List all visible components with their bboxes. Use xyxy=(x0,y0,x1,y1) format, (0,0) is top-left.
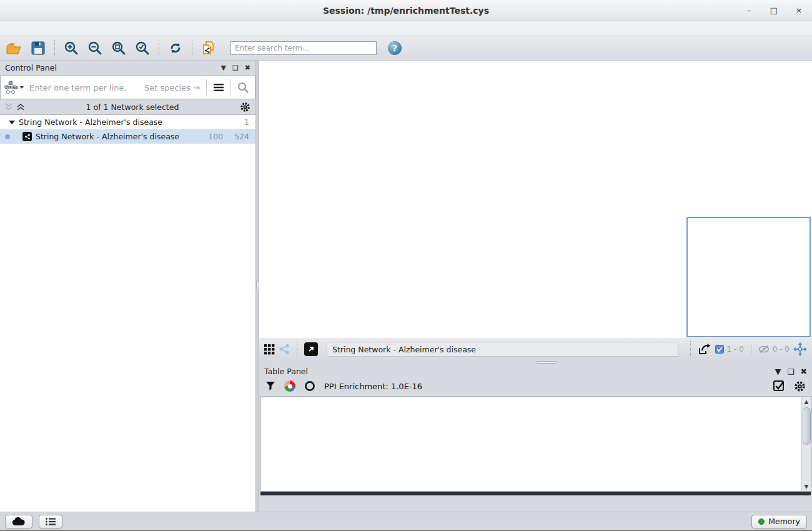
network-canvas[interactable] xyxy=(259,61,812,339)
table-splitter[interactable] xyxy=(259,359,812,365)
zoom-fit-icon xyxy=(111,41,126,56)
scroll-down-arrow[interactable]: ▼ xyxy=(805,482,809,491)
string-query-bar: STRING Set species → xyxy=(0,76,255,99)
collapse-all-icon[interactable] xyxy=(5,103,13,111)
close-button[interactable]: × xyxy=(795,6,803,15)
svg-text:STRING: STRING xyxy=(5,86,18,89)
maximize-button[interactable]: □ xyxy=(770,6,778,15)
table-panel-title: Table Panel xyxy=(264,367,308,376)
zoom-fit-button[interactable] xyxy=(108,39,129,57)
network-view-title: String Network - Alzheimer's disease xyxy=(332,345,476,354)
scrollbar-thumb[interactable] xyxy=(803,407,811,445)
network-view-toolbar: String Network - Alzheimer's disease 1 -… xyxy=(259,339,812,359)
zoom-selected-icon xyxy=(135,41,150,56)
network-row[interactable]: String Network - Alzheimer's disease 100… xyxy=(0,129,255,144)
network-type-icon xyxy=(22,132,32,141)
zoom-out-icon xyxy=(87,41,102,56)
detach-view-button[interactable] xyxy=(304,342,318,356)
main-toolbar: ? xyxy=(0,36,812,61)
memory-status-dot xyxy=(758,519,765,525)
diagonal-arrow-icon xyxy=(307,345,315,353)
export-network-icon[interactable] xyxy=(698,343,711,355)
toolbar-separator xyxy=(159,40,159,56)
memory-button[interactable]: Memory xyxy=(751,515,807,529)
expand-all-icon[interactable] xyxy=(17,103,25,111)
cloud-icon xyxy=(12,517,26,526)
current-network-dot xyxy=(5,134,10,139)
memory-label: Memory xyxy=(768,517,800,526)
network-collection-row[interactable]: String Network - Alzheimer's disease 1 xyxy=(0,115,255,129)
enrichment-toolbar: PPI Enrichment: 1.0E-16 xyxy=(259,377,812,395)
search-input[interactable] xyxy=(230,41,377,55)
menu-bar xyxy=(0,21,812,36)
toolbar-separator xyxy=(192,40,192,56)
control-panel: Control Panel ▼ ❑ ✖ STRING xyxy=(0,61,256,512)
zoom-out-button[interactable] xyxy=(84,39,106,57)
table-panel-menu-icon[interactable]: ▼ xyxy=(775,367,781,376)
table-tabs xyxy=(259,495,812,512)
hamburger-icon xyxy=(214,84,224,91)
ppi-enrichment-label: PPI Enrichment: 1.0E-16 xyxy=(324,382,422,391)
share-view-icon[interactable] xyxy=(279,344,290,355)
string-options-button[interactable] xyxy=(207,84,230,91)
list-icon xyxy=(46,518,56,525)
table-close-icon[interactable]: ✖ xyxy=(801,367,807,376)
settings-gear-icon[interactable] xyxy=(794,380,806,392)
zoom-in-icon xyxy=(64,41,79,56)
panel-menu-icon[interactable]: ▼ xyxy=(220,64,225,72)
float-panel-icon[interactable]: ❑ xyxy=(232,64,239,72)
table-vertical-scrollbar[interactable]: ▲ ▼ xyxy=(801,397,811,491)
species-hint[interactable]: Set species → xyxy=(144,83,206,92)
scroll-up-arrow[interactable]: ▲ xyxy=(805,397,809,406)
control-panel-title: Control Panel xyxy=(5,63,57,72)
title-bar: Session: /tmp/enrichmentTest.cys – □ × xyxy=(0,0,812,21)
network-node-count: 100 xyxy=(208,132,223,141)
close-panel-icon[interactable]: ✖ xyxy=(245,64,250,72)
cloud-button[interactable] xyxy=(5,515,32,529)
open-folder-icon xyxy=(6,41,22,55)
ring-chart-icon[interactable] xyxy=(304,380,315,392)
chart-palette-icon[interactable] xyxy=(284,380,295,392)
string-logo-icon[interactable]: STRING xyxy=(1,80,27,95)
open-session-button[interactable] xyxy=(4,39,25,57)
copy-network-icon xyxy=(201,40,217,56)
birds-eye-navigator[interactable] xyxy=(686,217,811,337)
network-selection-bar: 1 of 1 Network selected xyxy=(0,99,255,114)
selection-status: 1 of 1 Network selected xyxy=(25,102,240,112)
help-button[interactable]: ? xyxy=(388,41,402,55)
chevron-down-icon xyxy=(19,85,24,90)
navigator-toggle-icon[interactable] xyxy=(793,342,807,356)
table-splitter-grip[interactable] xyxy=(536,361,557,364)
grid-view-icon[interactable] xyxy=(264,344,275,355)
refresh-icon xyxy=(168,41,183,56)
table-float-icon[interactable]: ❑ xyxy=(787,367,794,376)
selected-counts: 1 - 0 xyxy=(727,345,744,354)
task-list-button[interactable] xyxy=(39,515,62,529)
gear-icon[interactable] xyxy=(240,102,250,112)
status-bar: Memory xyxy=(0,512,812,530)
collection-caret-icon[interactable] xyxy=(9,121,15,124)
zoom-selected-button[interactable] xyxy=(132,39,153,57)
window-title: Session: /tmp/enrichmentTest.cys xyxy=(0,6,812,16)
save-session-button[interactable] xyxy=(27,39,49,57)
hidden-eye-icon[interactable] xyxy=(758,345,770,354)
collection-count: 1 xyxy=(244,117,249,127)
search-icon xyxy=(237,82,249,93)
help-icon: ? xyxy=(392,43,397,53)
select-rows-icon[interactable] xyxy=(773,380,785,392)
hidden-counts: 0 - 0 xyxy=(773,345,790,354)
table-panel: Table Panel ▼ ❑ ✖ PPI Enri xyxy=(259,365,812,512)
filter-icon[interactable] xyxy=(265,381,275,391)
selected-count-group: 1 - 0 xyxy=(715,345,744,354)
selected-checkbox-icon[interactable] xyxy=(715,345,724,354)
app-window: Session: /tmp/enrichmentTest.cys – □ × xyxy=(0,0,812,531)
minimize-button[interactable]: – xyxy=(745,6,753,15)
network-title-bar: String Network - Alzheimer's disease xyxy=(327,342,678,357)
network-tree: String Network - Alzheimer's disease 1 S… xyxy=(0,114,255,512)
refresh-button[interactable] xyxy=(165,39,186,57)
zoom-in-button[interactable] xyxy=(61,39,82,57)
string-term-input[interactable] xyxy=(27,83,144,92)
save-icon xyxy=(31,41,45,55)
string-search-button[interactable] xyxy=(231,82,255,93)
copy-network-button[interactable] xyxy=(198,39,219,57)
